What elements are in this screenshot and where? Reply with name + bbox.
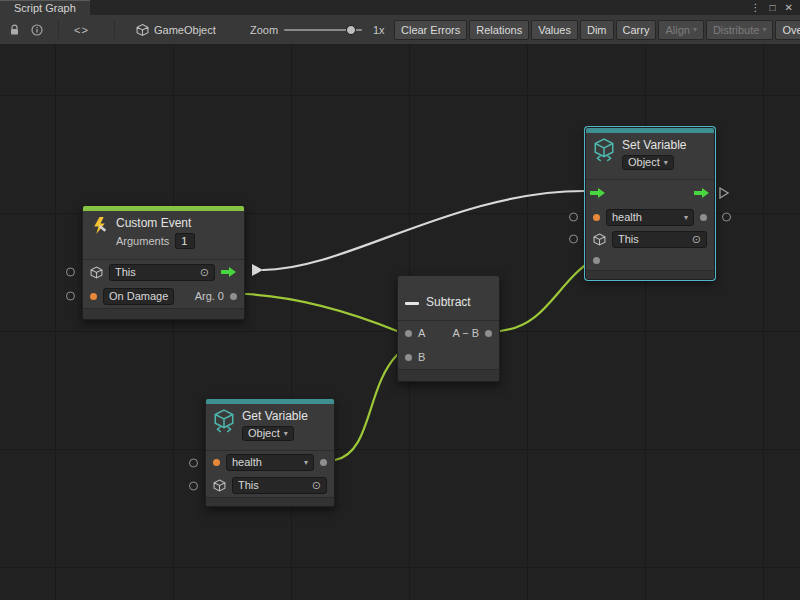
set-variable-header[interactable]: Set Variable Object ▾ <box>586 133 714 179</box>
port-new-value-input[interactable] <box>593 257 600 264</box>
variable-name-label: health <box>612 210 642 225</box>
variable-name-dropdown[interactable]: health ▾ <box>226 454 314 471</box>
info-icon[interactable] <box>31 24 43 36</box>
node-set-variable[interactable]: Set Variable Object ▾ <box>585 127 715 280</box>
lock-icon[interactable] <box>9 24 20 36</box>
target-object-field[interactable]: This ⊙ <box>109 264 215 281</box>
target-object-field[interactable]: This ⊙ <box>612 231 707 248</box>
get-variable-ports: health ▾ This ⊙ <box>206 450 334 497</box>
arguments-label: Arguments <box>116 235 169 247</box>
port-value-output[interactable] <box>700 214 707 221</box>
get-variable-header[interactable]: Get Variable Object ▾ <box>206 404 334 450</box>
chevron-down-icon: ▾ <box>762 25 766 34</box>
custom-event-header[interactable]: Custom Event Arguments 1 <box>83 211 244 259</box>
relations-button[interactable]: Relations <box>469 20 529 40</box>
node-custom-event[interactable]: Custom Event Arguments 1 This ⊙ <box>82 205 245 320</box>
wire-getvariable-to-subtract-b[interactable] <box>335 355 397 460</box>
carry-button[interactable]: Carry <box>616 20 657 40</box>
node-get-variable[interactable]: Get Variable Object ▾ health ▾ <box>205 398 335 507</box>
align-label: Align <box>665 24 689 36</box>
set-variable-name-row: health ▾ <box>586 206 714 228</box>
port-target-input[interactable] <box>569 235 578 244</box>
port-flow-output[interactable] <box>221 266 237 278</box>
port-variable-name[interactable] <box>213 459 220 466</box>
a-label: A <box>418 327 425 339</box>
scope-label: Object <box>248 426 280 441</box>
subtract-ports: A A − B B <box>398 320 499 369</box>
object-picker-icon[interactable]: ⊙ <box>692 232 701 247</box>
wire-arg0-to-subtract-a[interactable] <box>246 294 397 331</box>
distribute-button[interactable]: Distribute ▾ <box>706 20 773 40</box>
graph-toolbar: <> GameObject Zoom 1x Clear Errors Relat… <box>0 15 800 45</box>
get-variable-title: Get Variable <box>242 409 308 423</box>
values-button[interactable]: Values <box>531 20 578 40</box>
cube-icon <box>136 23 149 36</box>
zoom-value: 1x <box>373 24 385 36</box>
zoom-slider-knob[interactable] <box>346 25 356 35</box>
port-output-unconnected[interactable] <box>722 213 731 222</box>
custom-event-icon <box>90 216 109 235</box>
port-target-input[interactable] <box>66 268 75 277</box>
node-subtract[interactable]: Subtract A A − B B <box>397 275 500 382</box>
subtract-row-a: A A − B <box>398 321 499 345</box>
maximize-icon[interactable]: □ <box>770 3 776 13</box>
subtract-footer <box>398 369 499 381</box>
dim-button[interactable]: Dim <box>580 20 614 40</box>
zoom-slider[interactable] <box>284 29 362 31</box>
subtract-row-b: B <box>398 345 499 369</box>
tab-title: Script Graph <box>14 2 76 14</box>
get-variable-target-row: This ⊙ <box>206 474 334 497</box>
cube-icon <box>90 266 103 279</box>
object-picker-icon[interactable]: ⊙ <box>312 478 321 493</box>
port-flow-input[interactable] <box>590 187 606 199</box>
graph-canvas[interactable]: Custom Event Arguments 1 This ⊙ <box>0 45 800 600</box>
toolbar-buttons: Clear Errors Relations Values Dim Carry … <box>394 20 800 40</box>
custom-event-footer <box>83 308 244 319</box>
variable-name-dropdown[interactable]: health ▾ <box>606 209 694 226</box>
subtract-header[interactable]: Subtract <box>398 276 499 320</box>
event-name-field[interactable]: On Damage <box>103 288 174 305</box>
wire-subtract-to-setvariable-value[interactable] <box>500 257 597 331</box>
variable-scope-dropdown[interactable]: Object ▾ <box>242 426 294 441</box>
align-button[interactable]: Align ▾ <box>658 20 703 40</box>
port-name-input[interactable] <box>66 292 75 301</box>
custom-event-title: Custom Event <box>116 216 195 230</box>
get-variable-footer <box>206 497 334 506</box>
port-value-output[interactable] <box>320 459 327 466</box>
code-view-icon[interactable]: <> <box>74 24 89 36</box>
gameobject-field[interactable]: GameObject <box>136 23 216 36</box>
port-variable-name[interactable] <box>593 214 600 221</box>
port-arg0-output[interactable] <box>230 293 237 300</box>
arg0-label: Arg. 0 <box>195 290 224 302</box>
port-name-input[interactable] <box>189 458 198 467</box>
variable-scope-dropdown[interactable]: Object ▾ <box>622 155 674 170</box>
flow-output-triangle[interactable] <box>719 187 729 199</box>
port-target-input[interactable] <box>189 481 198 490</box>
zoom-label: Zoom <box>250 24 278 36</box>
clear-errors-button[interactable]: Clear Errors <box>394 20 467 40</box>
pane-menu-icon[interactable]: ⋮ <box>751 3 761 13</box>
distribute-label: Distribute <box>713 24 759 36</box>
arguments-count-field[interactable]: 1 <box>175 233 195 249</box>
port-result-output[interactable] <box>485 330 492 337</box>
wire-flow-customevent-to-setvariable[interactable] <box>263 191 584 270</box>
close-icon[interactable]: ✕ <box>785 3 793 13</box>
set-variable-value-row <box>586 250 714 270</box>
set-variable-target-row: This ⊙ <box>586 228 714 250</box>
minus-icon <box>405 302 419 305</box>
overview-button[interactable]: Overv <box>775 20 800 40</box>
port-flow-output[interactable] <box>694 187 710 199</box>
port-b-input[interactable] <box>405 354 412 361</box>
cube-icon <box>593 233 606 246</box>
set-variable-flow-row <box>586 180 714 206</box>
a-minus-b-label: A − B <box>452 327 479 339</box>
toolbar-separator <box>58 21 59 39</box>
target-object-field[interactable]: This ⊙ <box>232 477 327 494</box>
port-a-input[interactable] <box>405 330 412 337</box>
tab-script-graph[interactable]: Script Graph <box>0 0 90 15</box>
port-event-name[interactable] <box>90 293 97 300</box>
object-picker-icon[interactable]: ⊙ <box>200 265 209 280</box>
toolbar-separator <box>114 21 115 39</box>
wire-flow-arrowhead <box>252 264 263 276</box>
port-name-input[interactable] <box>569 213 578 222</box>
